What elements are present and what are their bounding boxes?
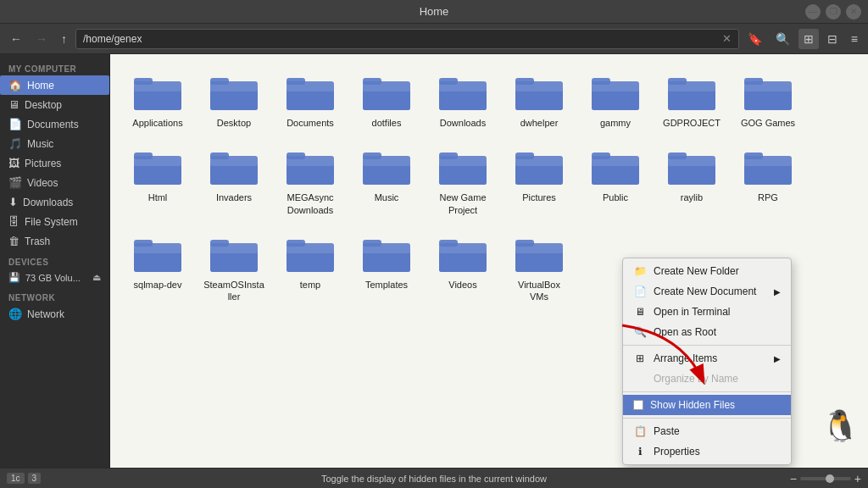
sidebar-item-downloads[interactable]: ⬇ Downloads	[0, 192, 109, 212]
view-compact-button[interactable]: ⊟	[822, 29, 843, 49]
svg-rect-81	[287, 240, 305, 247]
file-item[interactable]: Public	[581, 142, 649, 221]
zoom-in-button[interactable]: +	[854, 472, 861, 485]
ctx-arrange-items[interactable]: ⊞ Arrange Items ▶	[623, 348, 791, 369]
svg-rect-61	[592, 152, 610, 159]
create-folder-icon: 📁	[633, 265, 647, 277]
file-item[interactable]: Music	[353, 142, 420, 221]
file-item[interactable]: VirtualBox VMs	[505, 230, 573, 308]
ctx-create-folder[interactable]: 📁 Create New Folder	[623, 261, 791, 281]
zoom-thumb	[826, 474, 834, 483]
file-item[interactable]: dotfiles	[353, 68, 420, 134]
sidebar-item-videos[interactable]: 🎬 Videos	[0, 173, 109, 192]
sidebar-item-documents[interactable]: 📄 Documents	[0, 114, 109, 134]
file-label: MEGAsync Downloads	[280, 191, 341, 216]
svg-rect-55	[439, 159, 487, 166]
file-item[interactable]: Videos	[429, 230, 497, 308]
file-label: Pictures	[522, 191, 556, 203]
show-hidden-checkbox[interactable]	[633, 400, 643, 410]
svg-rect-23	[515, 85, 563, 92]
file-item[interactable]: gammy	[581, 68, 649, 134]
file-item[interactable]: temp	[276, 230, 344, 308]
penguin-mascot: 🐧	[821, 408, 860, 444]
file-item[interactable]: New Game Project	[429, 142, 497, 221]
sidebar-item-filesystem[interactable]: 🗄 File System	[0, 212, 109, 231]
paste-icon: 📋	[633, 425, 647, 437]
file-item[interactable]: GOG Games	[734, 68, 802, 134]
badge-1: 1c	[7, 473, 25, 484]
svg-rect-65	[668, 152, 687, 159]
search-button[interactable]: 🔍	[771, 29, 795, 49]
file-item[interactable]: Invaders	[200, 142, 268, 221]
file-item[interactable]: Html	[124, 142, 192, 221]
create-document-icon: 📄	[633, 286, 647, 297]
folder-icon	[515, 73, 563, 114]
arrange-items-arrow: ▶	[774, 354, 781, 363]
badge-2: 3	[28, 473, 42, 484]
statusbar: 1c 3 Toggle the display of hidden files …	[0, 468, 868, 488]
folder-icon	[668, 147, 715, 188]
file-item[interactable]: Templates	[353, 230, 420, 308]
svg-rect-51	[363, 159, 410, 166]
file-label: sqlmap-dev	[134, 279, 182, 291]
zoom-out-button[interactable]: −	[790, 472, 797, 485]
file-item[interactable]: GDPROJECT	[658, 68, 726, 134]
ctx-open-terminal[interactable]: 🖥 Open in Terminal	[623, 302, 791, 322]
svg-rect-39	[134, 159, 181, 166]
file-item[interactable]: SteamOSInstaller	[200, 230, 268, 308]
file-item[interactable]: Pictures	[505, 142, 573, 221]
svg-rect-41	[210, 152, 229, 159]
close-button[interactable]: ✕	[846, 4, 861, 19]
ctx-properties[interactable]: ℹ Properties	[623, 441, 791, 462]
ctx-show-hidden-files[interactable]: Show Hidden Files	[623, 395, 791, 415]
sidebar-item-drive[interactable]: 💾 73 GB Volu... ⏏	[0, 269, 109, 286]
minimize-button[interactable]: —	[805, 4, 821, 19]
address-bar[interactable]: ✕	[75, 29, 739, 49]
bookmark-button[interactable]: 🔖	[743, 29, 767, 49]
ctx-open-as-root[interactable]: 🔍 Open as Root	[623, 322, 791, 342]
file-item[interactable]: MEGAsync Downloads	[276, 142, 344, 221]
ctx-create-document[interactable]: 📄 Create New Document ▶	[623, 281, 791, 302]
back-button[interactable]: ←	[5, 29, 27, 49]
sidebar-item-home[interactable]: 🏠 Home	[0, 75, 109, 95]
sidebar-item-network[interactable]: 🌐 Network	[0, 304, 109, 324]
svg-rect-27	[592, 85, 639, 92]
file-item[interactable]: RPG	[734, 142, 802, 221]
sidebar-section-devices: Devices	[0, 251, 109, 269]
up-button[interactable]: ↑	[56, 29, 72, 49]
forward-button[interactable]: →	[31, 29, 53, 49]
sidebar-item-music[interactable]: 🎵 Music	[0, 134, 109, 153]
sidebar-item-trash-label: Trash	[25, 236, 50, 247]
sidebar-item-pictures[interactable]: 🖼 Pictures	[0, 153, 109, 173]
sidebar-item-trash[interactable]: 🗑 Trash	[0, 231, 109, 251]
file-item[interactable]: raylib	[658, 142, 726, 221]
file-item[interactable]: Applications	[124, 68, 192, 134]
file-item[interactable]: sqlmap-dev	[124, 230, 192, 308]
file-item[interactable]: Downloads	[429, 68, 497, 134]
sidebar-item-desktop[interactable]: 🖥 Desktop	[0, 95, 109, 114]
file-item[interactable]: dwhelper	[505, 68, 573, 134]
clear-address-icon[interactable]: ✕	[722, 32, 732, 45]
view-grid-button[interactable]: ⊞	[798, 29, 819, 49]
svg-rect-87	[363, 247, 410, 253]
zoom-slider[interactable]	[800, 477, 851, 480]
svg-rect-69	[744, 152, 763, 159]
eject-icon[interactable]: ⏏	[92, 272, 101, 283]
file-item[interactable]: Documents	[276, 68, 344, 134]
sidebar-item-network-label: Network	[27, 308, 64, 320]
properties-icon: ℹ	[633, 446, 647, 458]
address-input[interactable]	[83, 33, 719, 45]
file-label: dotfiles	[372, 117, 402, 129]
svg-rect-77	[210, 240, 229, 247]
svg-rect-75	[134, 247, 181, 253]
svg-rect-7	[210, 85, 258, 92]
restore-button[interactable]: ❐	[826, 4, 841, 19]
drive-icon: 💾	[8, 272, 20, 283]
folder-icon	[515, 147, 563, 188]
file-item[interactable]: Desktop	[200, 68, 268, 134]
view-list-button[interactable]: ≡	[846, 29, 863, 49]
ctx-paste[interactable]: 📋 Paste	[623, 421, 791, 441]
sidebar-item-downloads-label: Downloads	[23, 197, 73, 208]
file-label: Applications	[132, 117, 182, 129]
svg-rect-19	[439, 85, 487, 92]
